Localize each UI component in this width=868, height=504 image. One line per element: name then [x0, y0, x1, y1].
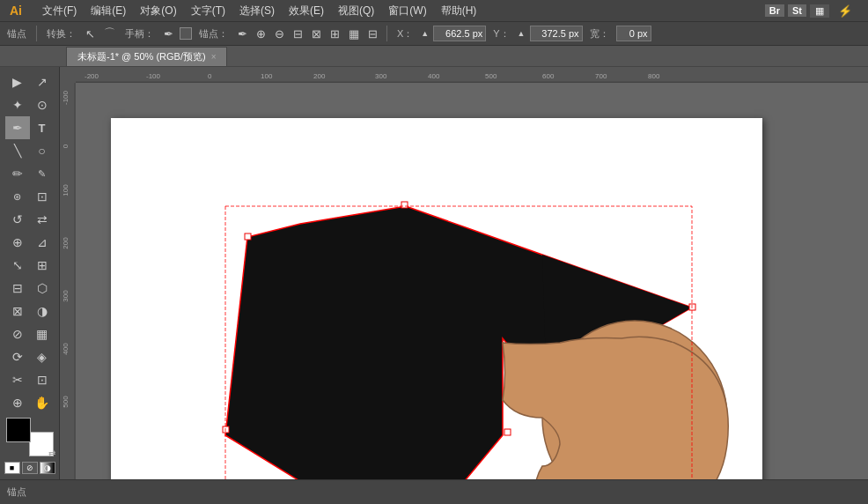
add-anchor-btn[interactable]: ⊕: [254, 26, 268, 42]
tab-close-btn[interactable]: ×: [211, 52, 217, 62]
svg-text:-200: -200: [85, 72, 99, 80]
smooth-anchor-btn[interactable]: ⌒: [101, 24, 118, 43]
color-box-area: ⇄: [6, 418, 54, 456]
tool-blob-brush[interactable]: ⊛: [5, 185, 30, 208]
tool-gradient[interactable]: ◑: [30, 300, 55, 322]
menu-window[interactable]: 窗口(W): [381, 2, 433, 20]
tab-title: 未标题-1* @ 50% (RGB/预览): [77, 50, 206, 63]
tool-perspective[interactable]: ⬡: [30, 277, 55, 300]
tool-arrow[interactable]: ▶: [5, 70, 30, 93]
tool-text[interactable]: T: [30, 116, 55, 139]
x-input[interactable]: [433, 26, 486, 41]
tool-pencil[interactable]: ✎: [30, 162, 55, 185]
tool-hand[interactable]: ✋: [30, 391, 55, 414]
svg-rect-24: [689, 304, 695, 310]
sep1: [36, 26, 37, 41]
power-icon[interactable]: ⚡: [833, 4, 857, 19]
svg-text:100: 100: [261, 72, 273, 80]
tool-slice[interactable]: ✂: [5, 368, 30, 391]
head-group: [503, 321, 728, 479]
menu-help[interactable]: 帮助(H): [434, 2, 484, 20]
color-stop-btn[interactable]: [180, 27, 192, 40]
tool-row-15: ⊕ ✋: [2, 391, 57, 414]
gradient-fill-btn[interactable]: ◑: [40, 462, 55, 474]
bridge-icon[interactable]: Br: [765, 4, 784, 17]
tool-zoom[interactable]: ⊕: [5, 391, 30, 414]
svg-rect-28: [245, 233, 251, 240]
swap-colors-btn[interactable]: ⇄: [48, 448, 55, 458]
tool-blend[interactable]: ◈: [30, 345, 55, 368]
anchor-align-btn5[interactable]: ⊟: [365, 26, 380, 42]
arrange-icon[interactable]: ▦: [810, 4, 829, 18]
tool-shape-builder[interactable]: ⊟: [5, 277, 30, 300]
svg-text:500: 500: [62, 396, 70, 408]
tool-pen[interactable]: ✒: [5, 116, 30, 139]
handle-btn1[interactable]: ✒: [161, 26, 176, 42]
menu-text[interactable]: 文字(T): [184, 2, 232, 20]
w-label: 宽：: [586, 27, 613, 41]
convert-anchor-btn[interactable]: ↖: [83, 26, 98, 42]
svg-rect-27: [223, 426, 229, 433]
w-input[interactable]: [616, 26, 651, 41]
canvas-area[interactable]: -200 -100 0 100 200 300 400 500 600 700 …: [60, 67, 868, 479]
transform-label: 转换：: [43, 27, 79, 41]
anchor-align-btn2[interactable]: ⊠: [309, 26, 324, 42]
tool-row-3: ✒ T: [2, 116, 57, 139]
fill-color-btn[interactable]: ■: [4, 462, 20, 474]
anchor2-label: 锚点：: [195, 27, 232, 41]
tool-sym-spray[interactable]: ⟳: [5, 345, 30, 368]
menu-file[interactable]: 文件(F): [35, 2, 84, 20]
status-bar: 锚点: [0, 479, 868, 504]
no-fill-btn[interactable]: ⊘: [22, 462, 38, 474]
tool-free-transform[interactable]: ⊞: [30, 254, 55, 277]
tool-eraser[interactable]: ⊡: [30, 185, 55, 208]
tool-direct-select[interactable]: ↗: [30, 70, 55, 93]
artwork-svg: [111, 118, 762, 479]
tool-paintbrush[interactable]: ✏: [5, 162, 30, 185]
tool-row-7: ↺ ⇄: [2, 208, 57, 231]
tool-row-4: ╲ ○: [2, 139, 57, 162]
x-up-btn[interactable]: ▲: [418, 27, 431, 40]
tool-lasso[interactable]: ⊙: [30, 93, 55, 116]
white-canvas: [111, 118, 762, 479]
menu-object[interactable]: 对象(O): [133, 2, 183, 20]
menu-effect[interactable]: 效果(E): [282, 2, 331, 20]
menu-bar: Ai 文件(F) 编辑(E) 对象(O) 文字(T) 选择(S) 效果(E) 视…: [0, 0, 868, 21]
anchor-align-btn1[interactable]: ⊟: [291, 26, 305, 42]
stock-icon[interactable]: St: [788, 4, 806, 17]
document-tab[interactable]: 未标题-1* @ 50% (RGB/预览) ×: [66, 47, 227, 66]
anchor-align-btn3[interactable]: ⊞: [327, 26, 342, 42]
tool-paint-bucket[interactable]: ⊡: [30, 368, 55, 391]
tool-magic-wand[interactable]: ✦: [5, 93, 30, 116]
menu-select[interactable]: 选择(S): [232, 2, 282, 20]
tool-shear[interactable]: ⊿: [30, 231, 55, 254]
tool-row-12: ⊘ ▦: [2, 322, 57, 345]
tool-line[interactable]: ╲: [5, 139, 30, 162]
tool-warp[interactable]: ⤡: [5, 254, 30, 277]
y-up-btn[interactable]: ▲: [515, 27, 528, 40]
svg-text:300: 300: [62, 290, 70, 302]
canvas-background: [76, 83, 868, 479]
tool-row-9: ⤡ ⊞: [2, 254, 57, 277]
menu-edit[interactable]: 编辑(E): [84, 2, 133, 20]
tool-row-6: ⊛ ⊡: [2, 185, 57, 208]
ruler-vertical: -100 0 100 200 300 400 500: [60, 67, 76, 479]
svg-rect-25: [504, 429, 511, 435]
sep2: [386, 26, 387, 41]
y-input[interactable]: [530, 26, 583, 41]
foreground-color-box[interactable]: [6, 418, 31, 442]
anchor-align-btn4[interactable]: ▦: [346, 26, 362, 42]
tool-mirror[interactable]: ⇄: [30, 208, 55, 231]
menu-view[interactable]: 视图(Q): [331, 2, 381, 20]
tool-eyedrop[interactable]: ⊘: [5, 322, 30, 345]
svg-rect-23: [401, 202, 408, 208]
tool-mesh[interactable]: ⊠: [5, 300, 30, 322]
tool-bar-chart[interactable]: ▦: [30, 322, 55, 345]
app-logo: Ai: [4, 4, 28, 18]
tool-rotate[interactable]: ↺: [5, 208, 30, 231]
del-anchor-btn[interactable]: ⊖: [272, 26, 287, 42]
tool-ellipse[interactable]: ○: [30, 139, 55, 162]
anchor-type-btn[interactable]: ✒: [235, 26, 250, 42]
tool-row-8: ⊕ ⊿: [2, 231, 57, 254]
tool-scale[interactable]: ⊕: [5, 231, 30, 254]
